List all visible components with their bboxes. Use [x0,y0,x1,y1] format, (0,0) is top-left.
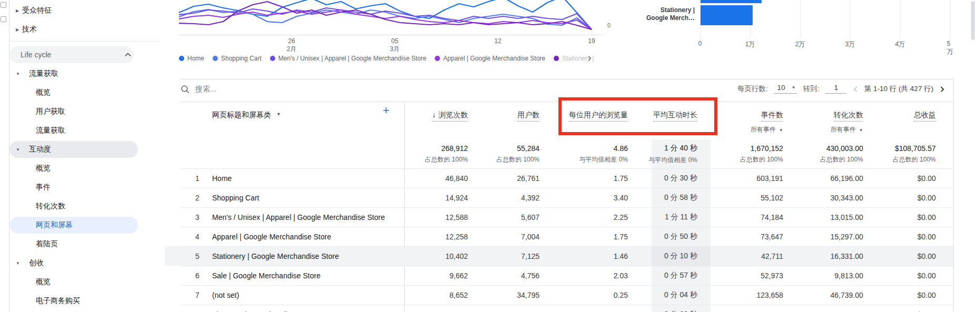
arrow-down-icon[interactable]: ▼ [16,261,20,266]
sidebar-item-user-acquisition[interactable]: 用户获取 [9,102,166,121]
chevron-up-icon[interactable] [125,53,131,57]
table-row[interactable]: 8The Google Merchandise Store - Log In8,… [165,305,953,312]
y-axis-zero-label: 0 [607,22,611,28]
sidebar-item-ecommerce-purchases[interactable]: 电子商务购买 [9,291,166,310]
column-header-label[interactable]: 事件数 [761,110,783,122]
x-axis-tick: 262月 [287,37,297,53]
sidebar-item-monetization-overview[interactable]: 概览 [9,273,166,291]
arrow-down-icon[interactable]: ▼ [16,72,20,76]
table-row[interactable]: 5Stationery | Google Merchandise Store10… [165,246,953,266]
legend-dot [554,56,559,61]
pagination-range: 第 1-10 行 (共 427 行) [864,84,933,94]
sidebar-item-monetization-section[interactable]: ▼创收 [9,254,166,273]
table-row[interactable]: 7(not set)8,65234,7950.250 分 04 秒123,658… [165,285,953,305]
table-row[interactable]: 6Sale | Google Merchandise Store9,6624,7… [165,266,953,285]
sidebar-item-landing-page[interactable]: 着陆页 [9,235,166,254]
column-filter-events[interactable]: 所有事件▼ [751,125,783,134]
sidebar-item-label: 概览 [36,277,51,287]
cell-views: 9,662 [404,266,468,285]
nav-rail-icon[interactable] [1,16,6,22]
line-series [179,0,592,29]
sidebar-item-label: 概览 [36,164,51,173]
legend-dot [179,56,184,61]
sidebar-item-engagement-overview[interactable]: 概览 [9,159,166,178]
table-body: 1Home46,84026,7611.750 分 30 秒603,19166,1… [165,168,953,312]
dimension-header[interactable]: 网页标题和屏幕类 [212,110,271,120]
report-table-card: 搜索... 每页行数: 10 ▼ 转到: 1 ‹ 第 1-10 行 (共 427… [165,79,954,312]
sidebar-item-traffic-acquisition[interactable]: 流量获取 [9,121,166,140]
row-rank: 2 [195,194,212,202]
search-input[interactable]: 搜索... [181,85,216,94]
table-row[interactable]: 2Shopping Cart14,9244,3923.400 分 58 秒55,… [165,188,953,207]
legend-dot [213,56,218,61]
sidebar-item-events[interactable]: 事件 [9,178,166,197]
chevron-right-icon[interactable]: ▶ [16,27,19,32]
sidebar-item-audience[interactable]: ▶受众特征 [9,1,166,20]
legend-dot [435,56,440,61]
legend-item[interactable]: Shopping Cart [213,55,262,62]
legend-item[interactable]: Home [179,55,204,62]
column-header-label[interactable]: ↓浏览次数 [432,110,468,122]
next-page-icon[interactable]: › [939,84,945,94]
arrow-down-icon[interactable]: ▼ [16,147,20,152]
chart-legend: HomeShopping CartMen's / Unisex | Appare… [179,55,594,62]
chevron-down-icon[interactable]: ▼ [276,112,281,117]
legend-item[interactable]: Apparel | Google Merchandise Store [435,55,545,62]
legend-next-icon[interactable]: › [588,52,592,63]
row-name-cell: 1Home [165,168,404,188]
views-bar-chart: 01万2万3万4万5万 [700,0,951,38]
row-rank: 1 [195,174,212,183]
sort-descending-icon: ↓ [432,110,436,119]
cell-dur: 0 分 57 秒 [652,266,711,285]
previous-page-icon[interactable]: ‹ [853,84,858,94]
cell-events: 123,658 [711,285,783,305]
row-name-cell: 5Stationery | Google Merchandise Store [165,246,404,266]
table-row[interactable]: 3Men's / Unisex | Apparel | Google Merch… [165,207,953,227]
table-row[interactable]: 1Home46,84026,7611.750 分 30 秒603,19166,1… [165,168,953,188]
column-header-label[interactable]: 总收益 [914,110,936,122]
column-header-label[interactable]: 转化次数 [834,110,863,122]
sidebar-item-label: 互动度 [29,145,51,154]
bar-gridline [800,0,801,38]
sidebar-item-tech[interactable]: ▶技术 [9,20,166,39]
col-header-users: 用户数 [468,102,539,139]
totals-cell-conv: 430,003.00占总数的 100% [783,139,863,168]
sidebar-item-pages-and-screens[interactable]: 网页和屏幕 [9,216,166,235]
chevron-right-icon[interactable]: ▶ [16,8,19,13]
totals-value: 55,284 [517,144,539,153]
cell-events: 73,647 [711,227,783,246]
row-rank: 4 [195,233,212,241]
row-page-title: Shopping Cart [212,194,259,202]
bar-axis-tick: 5万 [947,40,953,56]
goto-page-input[interactable]: 1 [825,84,846,94]
totals-sub-label: 占总数的 100% [893,155,936,164]
cell-vpu: 1.75 [539,227,652,246]
cell-vpu: 1.69 [539,305,652,312]
sidebar-item-conversions[interactable]: 转化次数 [9,197,166,216]
nav-rail-icon[interactable] [1,2,6,8]
sidebar-item-label: 概览 [36,88,51,97]
cell-users: 5,607 [468,207,539,227]
table-row[interactable]: 4Apparel | Google Merchandise Store12,25… [165,227,953,246]
bar-gridline [950,0,951,38]
sidebar-item-traffic-acquisition-section[interactable]: ▼流量获取 [9,64,166,83]
sidebar-item-acquisition-overview[interactable]: 概览 [9,83,166,102]
goto-label: 转到: [803,84,819,94]
column-filter-conv[interactable]: 所有事件▼ [831,125,863,134]
sidebar-item-label: 事件 [36,183,51,192]
legend-item[interactable]: Men's / Unisex | Apparel | Google Mercha… [270,55,426,62]
col-header-events: 事件数所有事件▼ [711,102,783,139]
cell-users: 7,004 [468,227,539,246]
cell-dur: 1 分 11 秒 [652,207,711,227]
add-dimension-button[interactable]: + [383,105,389,116]
cell-events: 42,711 [711,246,783,266]
cell-views: 8,306 [404,305,468,312]
sidebar-item-engagement-section[interactable]: ▼互动度 [9,140,166,159]
x-axis-tick: 19 [588,37,595,45]
rows-per-page-select[interactable]: 10 ▼ [774,84,797,94]
sidebar-item-pill [9,217,138,234]
cell-dur: 0 分 30 秒 [652,168,711,188]
column-header-label[interactable]: 用户数 [517,110,539,122]
sidebar-item-life-cycle[interactable]: Life cycle [9,45,166,64]
vertical-scrollbar[interactable] [971,1,975,40]
